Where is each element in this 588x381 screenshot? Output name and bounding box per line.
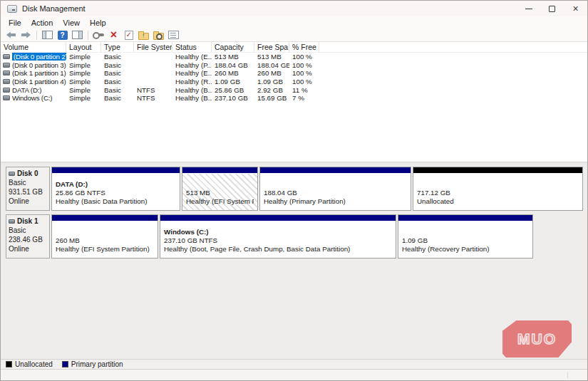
cell-type: Basic	[101, 86, 134, 94]
cell-type: Basic	[101, 94, 134, 102]
volume-cell: (Disk 1 partition 1)	[1, 69, 66, 77]
partitions: DATA (D:)25.86 GB NTFSHealthy (Basic Dat…	[51, 167, 583, 211]
open-button[interactable]	[137, 29, 150, 41]
partition-color-bar	[260, 167, 411, 174]
cell-free_space: 2.92 GB	[254, 86, 289, 94]
volume-disk-icon	[3, 88, 10, 93]
menu-view[interactable]: View	[58, 18, 85, 28]
volume-cell: (Disk 0 partition 2)	[1, 53, 66, 61]
table-row[interactable]: (Disk 0 partition 3)SimpleBasicHealthy (…	[1, 61, 587, 70]
table-row[interactable]: DATA (D:)SimpleBasicNTFSHealthy (B...25.…	[1, 85, 587, 94]
partition-status: Healthy (Boot, Page File, Crash Dump, Ba…	[164, 245, 392, 254]
partition-box[interactable]: 513 MBHealthy (EFI System Partition)	[182, 167, 258, 211]
cell-free_space: 260 MB	[254, 69, 289, 77]
help-button[interactable]	[56, 29, 69, 41]
partition-size: 513 MB	[186, 189, 254, 197]
disk-rows: Disk 0Basic931.51 GBOnlineDATA (D:)25.86…	[1, 167, 587, 259]
partition-box[interactable]: 717.12 GBUnallocated	[413, 167, 583, 211]
close-button[interactable]: ×	[564, 1, 587, 16]
cell-layout: Simple	[66, 53, 101, 61]
cell-status: Healthy (B...	[172, 86, 212, 94]
partition-box[interactable]: 188.04 GBHealthy (Primary Partition)	[259, 167, 411, 211]
properties-icon	[168, 31, 179, 39]
folder-open-icon	[138, 33, 149, 40]
disk-type: Basic	[9, 178, 47, 187]
table-row[interactable]: (Disk 1 partition 1)SimpleBasicHealthy (…	[1, 69, 587, 78]
cell-free_space: 188.04 GB	[254, 61, 289, 69]
window-controls: ×	[517, 1, 587, 16]
column-header[interactable]: Layout	[66, 42, 101, 52]
cell-layout: Simple	[66, 94, 101, 102]
legend-bar: UnallocatedPrimary partition	[1, 359, 587, 369]
key-icon	[96, 33, 104, 36]
graphical-view-pane: Disk 0Basic931.51 GBOnlineDATA (D:)25.86…	[1, 165, 587, 359]
checklist-button[interactable]	[122, 29, 135, 41]
menu-file[interactable]: File	[4, 18, 26, 28]
column-header[interactable]: Status	[172, 42, 212, 52]
console-tree-icon	[42, 31, 53, 39]
table-row[interactable]: Windows (C:)SimpleBasicNTFSHealthy (B...…	[1, 94, 587, 103]
volume-disk-icon	[3, 54, 10, 59]
cell-capacity: 237.10 GB	[212, 94, 254, 102]
menu-action[interactable]: Action	[26, 18, 58, 28]
column-header[interactable]: Volume	[1, 42, 66, 52]
column-header[interactable]: Free Spa...	[254, 42, 289, 52]
console-tree-button[interactable]	[41, 29, 54, 41]
disk-name-text: Disk 1	[17, 216, 38, 226]
cell-file_system: NTFS	[134, 94, 172, 102]
cell-type: Basic	[101, 69, 134, 77]
disk-name-text: Disk 0	[17, 169, 38, 178]
key-button[interactable]	[92, 29, 105, 41]
partition-size: 188.04 GB	[264, 189, 407, 197]
disk-icon	[9, 172, 15, 176]
cell-status: Healthy (E...	[172, 69, 212, 77]
maximize-icon	[549, 6, 555, 12]
partition-size: 717.12 GB	[417, 189, 579, 197]
partition-box[interactable]: DATA (D:)25.86 GB NTFSHealthy (Basic Dat…	[51, 167, 180, 211]
volume-disk-icon	[3, 71, 10, 75]
column-header[interactable]: File System	[134, 42, 172, 52]
table-row[interactable]: (Disk 1 partition 4)SimpleBasicHealthy (…	[1, 78, 587, 86]
table-row[interactable]: (Disk 0 partition 2)SimpleBasicHealthy (…	[1, 53, 587, 61]
maximize-button[interactable]	[540, 1, 564, 16]
explore-button[interactable]	[152, 29, 165, 41]
folder-explore-icon	[153, 33, 164, 40]
disk-status: Online	[9, 197, 47, 206]
volume-cell: DATA (D:)	[1, 86, 66, 94]
menu-help[interactable]: Help	[85, 18, 111, 28]
partition-color-bar	[398, 215, 532, 221]
close-icon: ×	[572, 4, 578, 14]
volume-list-pane: VolumeLayoutTypeFile SystemStatusCapacit…	[1, 42, 587, 162]
partition-status: Healthy (Primary Partition)	[264, 197, 407, 206]
cell-layout: Simple	[66, 78, 101, 85]
back-button[interactable]	[4, 29, 18, 41]
partition-box[interactable]: 1.09 GBHealthy (Recovery Partition)	[398, 214, 533, 259]
cell-capacity: 1.09 GB	[212, 78, 254, 85]
minimize-button[interactable]	[517, 1, 540, 16]
legend-label: Primary partition	[71, 360, 123, 368]
partition-box[interactable]: 260 MBHealthy (EFI System Partition)	[51, 214, 158, 259]
volume-cell: (Disk 0 partition 3)	[1, 61, 66, 69]
back-icon	[6, 32, 16, 38]
forward-button[interactable]	[19, 29, 33, 41]
delete-volume-button[interactable]	[107, 29, 120, 41]
partition-status: Unallocated	[417, 197, 579, 206]
volume-label: Windows (C:)	[12, 94, 52, 102]
disk-label[interactable]: Disk 0Basic931.51 GBOnline	[6, 167, 50, 211]
legend-swatch	[62, 361, 68, 367]
legend-item: Unallocated	[6, 360, 53, 368]
partition-box[interactable]: Windows (C:)237.10 GB NTFSHealthy (Boot,…	[160, 214, 396, 259]
column-header[interactable]: Capacity	[212, 42, 254, 52]
cell-pct_free: 100 %	[289, 78, 319, 85]
menu-bar: FileActionViewHelp	[1, 16, 587, 28]
properties-button[interactable]	[167, 29, 180, 41]
volume-disk-icon	[3, 63, 10, 68]
action-pane-icon	[72, 31, 83, 39]
disk-label[interactable]: Disk 1Basic238.46 GBOnline	[6, 214, 50, 259]
volume-label: (Disk 0 partition 2)	[12, 53, 66, 61]
partition-size: 260 MB	[56, 236, 154, 245]
action-pane-button[interactable]	[71, 29, 84, 41]
column-header[interactable]: % Free	[289, 42, 319, 52]
column-header[interactable]: Type	[101, 42, 134, 52]
forward-icon	[21, 32, 31, 38]
